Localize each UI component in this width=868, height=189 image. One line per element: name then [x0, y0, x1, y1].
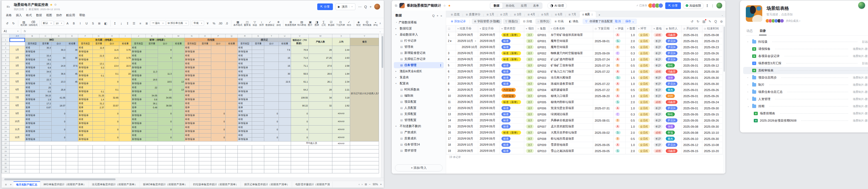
cell-project[interactable]: 沧3: [524, 44, 536, 50]
right-col-header-3[interactable]: 人均: [332, 38, 350, 46]
cell[interactable]: [146, 154, 158, 157]
cell[interactable]: [309, 150, 332, 154]
cell-demand-qty[interactable]: [39, 134, 52, 137]
toolbar-button[interactable]: ☰: [131, 22, 137, 25]
cell-task-name[interactable]: 城郊废墟场景: [549, 87, 593, 93]
cell-quota[interactable]: [119, 126, 131, 134]
cell-total[interactable]: 0: [211, 110, 225, 117]
sub-header-合计[interactable]: 合计: [211, 42, 225, 46]
cell-demand-type[interactable]: 标准: [25, 110, 39, 114]
record-row[interactable]: 122025年09月2025年09月标准沧3EP006荒漠戈壁全景场景2025-…: [446, 105, 722, 111]
cell-demand-qty[interactable]: [252, 62, 264, 66]
cell-demand-qty[interactable]: 1: [39, 82, 52, 86]
cell-total[interactable]: 0: [158, 117, 172, 126]
cell-demand-qty[interactable]: 1.9: [39, 98, 52, 102]
cell[interactable]: [146, 161, 158, 165]
cell-demand-type[interactable]: 标准: [78, 117, 93, 122]
cell-demand-type[interactable]: 标准: [500, 111, 524, 117]
cell-demand-type[interactable]: 标准: [78, 46, 93, 50]
cell-demand-type[interactable]: 标准: [238, 70, 252, 74]
cell-quota[interactable]: 30: [66, 46, 78, 54]
cell-demand-qty[interactable]: [199, 86, 211, 90]
cell-owner[interactable]: 罗启兴: [664, 142, 682, 148]
cell-quota[interactable]: [225, 86, 238, 94]
cell-quota[interactable]: [225, 46, 238, 54]
toolbar-button[interactable]: A: [65, 22, 70, 25]
cell-demand-qty[interactable]: [146, 114, 158, 117]
column-header-M[interactable]: M: [172, 34, 184, 38]
sheet-tab-每月实际产能汇总[interactable]: 每月实际产能汇总: [13, 181, 40, 188]
cell-demand-qty[interactable]: [93, 137, 105, 141]
column-header-R[interactable]: R: [238, 34, 252, 38]
cell[interactable]: [93, 169, 105, 173]
column-header-L[interactable]: L: [158, 34, 172, 38]
cell-total[interactable]: 25.8: [52, 86, 66, 94]
cell-submit-month[interactable]: 2025年09月: [478, 142, 500, 148]
sub-header-需求量[interactable]: 需求量: [146, 42, 158, 46]
cell-total[interactable]: [158, 62, 172, 70]
toolbar-collapse-icon[interactable]: ∧: [379, 22, 381, 25]
cell-demand-type[interactable]: 标准（新增）: [500, 32, 524, 38]
next-sheet-icon[interactable]: ›: [362, 183, 363, 186]
cell-demand-qty[interactable]: 1.4: [93, 98, 105, 102]
cell-demand-qty[interactable]: 0.1: [93, 74, 105, 78]
cell-episode[interactable]: EP001: [536, 38, 549, 44]
cell[interactable]: [158, 150, 172, 154]
cell-start-date[interactable]: 2025-09-10: [682, 136, 702, 142]
toolbar-button-数据透视表[interactable]: ⊞数据透视表: [285, 20, 296, 27]
sidebar-item-支撑组工作记录[interactable]: ▤支撑组工作记录: [394, 56, 444, 62]
row-number[interactable]: 4: [2, 50, 9, 54]
cell-demand-type[interactable]: 新增/返修: [25, 114, 39, 117]
cell-capacity-people[interactable]: [309, 126, 332, 134]
row-number[interactable]: 28: [2, 145, 9, 150]
cell-demand-type[interactable]: 新增/返修: [131, 122, 146, 126]
cell-per-capita[interactable]: #DIV/0!: [332, 110, 350, 117]
cell[interactable]: [172, 161, 184, 165]
cell[interactable]: [238, 161, 252, 165]
cell-demand-qty[interactable]: 6.8: [39, 66, 52, 70]
cell-demand-type[interactable]: 新增/返修: [78, 58, 93, 62]
cell-per-capita[interactable]: 2.44: [332, 46, 350, 54]
cell[interactable]: [291, 145, 309, 150]
cell-submit-month[interactable]: 2025年09月: [478, 69, 500, 75]
cell-base[interactable]: 长沙: [652, 75, 664, 81]
cell[interactable]: [309, 157, 332, 161]
cell-owner[interactable]: 冯鑫苗: [664, 69, 682, 75]
cell-demand-type[interactable]: 标准: [78, 110, 93, 114]
cell-per-capita[interactable]: 2.21: [332, 86, 350, 94]
cell-per-capita[interactable]: #DIV/0!: [332, 126, 350, 134]
cell-project-total[interactable]: 108.55: [291, 94, 309, 102]
right-col-header-1[interactable]: 项目总计（TO数据）: [291, 38, 309, 46]
cell-quantity[interactable]: 1.0: [625, 32, 637, 38]
cell-owner[interactable]: 陈松: [664, 62, 682, 69]
cell-task-name[interactable]: 魔尊空间场景: [549, 44, 593, 50]
cell-total[interactable]: 0: [105, 134, 119, 141]
cell-issue-date[interactable]: 2025-08-01: [593, 38, 614, 44]
cell-demand-qty[interactable]: 18.5: [146, 78, 158, 82]
cell-grade[interactable]: S-: [614, 130, 625, 136]
sub-header-需求类型[interactable]: 需求类型: [25, 42, 39, 46]
group-header-3[interactable]: 斩神（含电影）: [131, 38, 184, 42]
cell-total[interactable]: 11.6: [105, 46, 119, 54]
cell[interactable]: [9, 157, 25, 161]
cell-demand-qty[interactable]: [199, 78, 211, 82]
cell-submit-month[interactable]: 2025年09月: [478, 148, 500, 154]
cell[interactable]: [225, 145, 238, 150]
cell-base[interactable]: 成都: [652, 148, 664, 154]
cell-demand-qty[interactable]: [199, 66, 211, 70]
directory-item-请假报备[interactable]: ≣请假报备场景制片-唐玲: [746, 45, 868, 53]
cell-start-date[interactable]: 2025-09-01: [682, 81, 702, 87]
cell-demand-type[interactable]: 返修: [184, 106, 199, 110]
cell-demand-qty[interactable]: [146, 110, 158, 114]
notification-bell-icon[interactable]: ⊙: [54, 3, 57, 6]
zoom-out-icon[interactable]: −: [369, 183, 371, 186]
cell-submit-month[interactable]: 2025年09月: [478, 75, 500, 81]
cell-demand-type[interactable]: 新增/返修: [131, 82, 146, 86]
cell-total[interactable]: 0: [105, 78, 119, 86]
cell-demand-type[interactable]: 新增/返修: [131, 98, 146, 102]
cell[interactable]: [332, 145, 350, 150]
sidebar-item-管理表[interactable]: ▤管理表: [394, 44, 444, 50]
sub-header-需求量[interactable]: 需求量: [199, 42, 211, 46]
row-number[interactable]: 29: [2, 150, 9, 154]
cell[interactable]: [105, 165, 119, 169]
